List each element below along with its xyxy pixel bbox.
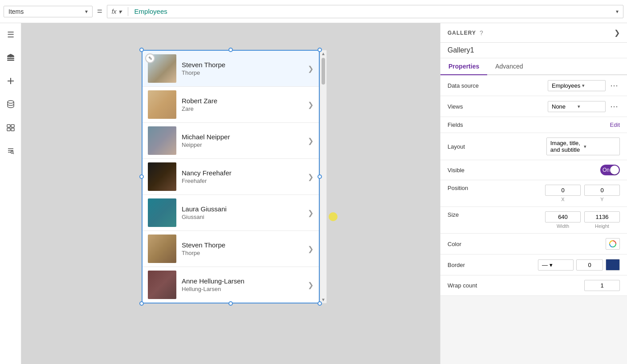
datasource-controls: Employees ▾ ⋯ bbox=[548, 80, 620, 91]
gallery-item[interactable]: Laura Giussani Giussani ❯ bbox=[142, 195, 319, 231]
sidebar-menu-icon[interactable]: ☰ bbox=[4, 28, 18, 42]
prop-row-position: Position X Y bbox=[440, 180, 627, 207]
handle-tc[interactable] bbox=[228, 48, 233, 52]
item-text: Nancy Freehafer Freehafer bbox=[182, 169, 302, 184]
border-value-input[interactable] bbox=[576, 259, 603, 271]
sidebar-data-icon[interactable] bbox=[4, 97, 18, 111]
gallery-item[interactable]: Michael Neipper Neipper ❯ bbox=[142, 123, 319, 159]
item-avatar bbox=[148, 162, 176, 191]
sidebar-tools-icon[interactable] bbox=[4, 143, 18, 158]
visible-toggle[interactable]: On bbox=[600, 165, 620, 175]
panel-help-icon[interactable]: ? bbox=[480, 29, 483, 36]
prop-row-wrapcount: Wrap count bbox=[440, 275, 627, 296]
position-y-input[interactable] bbox=[584, 185, 620, 196]
handle-bl[interactable] bbox=[139, 301, 144, 306]
item-name: Robert Zare bbox=[182, 97, 302, 105]
handle-ml[interactable] bbox=[139, 174, 144, 179]
item-text: Laura Giussani Giussani bbox=[182, 205, 302, 220]
svg-rect-8 bbox=[11, 125, 14, 127]
position-label: Position bbox=[448, 185, 488, 191]
color-picker-button[interactable] bbox=[606, 238, 620, 250]
handle-mr[interactable] bbox=[318, 174, 322, 179]
views-dropdown[interactable]: None ▾ bbox=[548, 101, 606, 112]
formula-bar[interactable]: fx ▾ Employees ▾ bbox=[107, 5, 623, 18]
item-avatar bbox=[148, 126, 176, 155]
formula-chevron: ▾ bbox=[616, 8, 619, 15]
canvas-area[interactable]: ✎ Steven Thorpe Thorpe ❯ bbox=[21, 23, 440, 364]
item-chevron: ❯ bbox=[308, 137, 314, 145]
datasource-dropdown[interactable]: Employees ▾ bbox=[548, 80, 606, 91]
svg-rect-1 bbox=[7, 58, 14, 59]
datasource-more[interactable]: ⋯ bbox=[608, 80, 620, 91]
position-inputs: X Y bbox=[545, 185, 620, 202]
panel-expand-icon[interactable]: ❯ bbox=[614, 28, 620, 37]
views-label: Views bbox=[448, 103, 488, 110]
item-chevron: ❯ bbox=[308, 245, 314, 253]
border-color-swatch[interactable] bbox=[606, 259, 620, 271]
gallery-name: Gallery1 bbox=[440, 43, 627, 58]
tab-properties[interactable]: Properties bbox=[440, 58, 487, 75]
sidebar-add-icon[interactable] bbox=[4, 74, 18, 88]
views-more[interactable]: ⋯ bbox=[608, 101, 620, 112]
gallery-item[interactable]: Steven Thorpe Thorpe ❯ bbox=[142, 231, 319, 267]
scroll-down-arrow[interactable]: ▼ bbox=[321, 297, 326, 302]
svg-point-14 bbox=[11, 151, 13, 154]
top-bar: Items ▾ = fx ▾ Employees ▾ bbox=[0, 0, 627, 23]
edit-badge[interactable]: ✎ bbox=[145, 53, 155, 63]
svg-point-6 bbox=[8, 101, 14, 103]
position-x-group: X bbox=[545, 185, 581, 202]
sidebar-media-icon[interactable] bbox=[4, 120, 18, 134]
size-width-group: Width bbox=[545, 211, 581, 229]
width-label: Width bbox=[557, 223, 569, 229]
toggle-on-text: On bbox=[603, 167, 610, 173]
svg-rect-10 bbox=[11, 128, 14, 131]
datasource-label: Data source bbox=[448, 82, 488, 89]
item-subtitle: Zare bbox=[182, 105, 302, 112]
position-y-group: Y bbox=[584, 185, 620, 202]
item-chevron: ❯ bbox=[308, 209, 314, 217]
layout-controls: Image, title, and subtitle ▾ bbox=[546, 138, 620, 155]
border-style-dropdown[interactable]: — ▾ bbox=[538, 259, 574, 271]
prop-row-color: Color bbox=[440, 234, 627, 255]
visible-controls: On bbox=[600, 165, 620, 175]
layout-chevron: ▾ bbox=[584, 144, 616, 150]
gallery-item[interactable]: Anne Hellung-Larsen Hellung-Larsen ❯ bbox=[142, 267, 319, 303]
items-dropdown-chevron: ▾ bbox=[85, 8, 88, 15]
fields-edit-button[interactable]: Edit bbox=[610, 121, 620, 128]
layout-dropdown[interactable]: Image, title, and subtitle ▾ bbox=[546, 138, 620, 155]
fx-chevron: ▾ bbox=[118, 8, 122, 15]
items-dropdown[interactable]: Items ▾ bbox=[4, 6, 93, 17]
size-width-input[interactable] bbox=[545, 211, 581, 222]
panel-body: Data source Employees ▾ ⋯ Views None ▾ bbox=[440, 75, 627, 296]
handle-tr[interactable] bbox=[318, 48, 322, 52]
gallery-item[interactable]: Robert Zare Zare ❯ bbox=[142, 87, 319, 123]
item-text: Robert Zare Zare bbox=[182, 97, 302, 112]
gallery-item[interactable]: Steven Thorpe Thorpe ❯ bbox=[142, 51, 319, 87]
border-style-chevron: ▾ bbox=[550, 262, 553, 268]
prop-row-size: Size Width Height bbox=[440, 207, 627, 234]
scroll-thumb[interactable] bbox=[322, 58, 325, 85]
item-chevron: ❯ bbox=[308, 65, 314, 73]
scroll-up-arrow[interactable]: ▲ bbox=[321, 51, 326, 56]
size-height-input[interactable] bbox=[584, 211, 620, 222]
sidebar-layers-icon[interactable] bbox=[4, 51, 18, 65]
item-text: Steven Thorpe Thorpe bbox=[182, 61, 302, 76]
border-style-line: — bbox=[542, 262, 548, 268]
position-x-input[interactable] bbox=[545, 185, 581, 196]
handle-tl[interactable] bbox=[139, 48, 144, 52]
handle-bc[interactable] bbox=[228, 301, 233, 306]
item-avatar bbox=[148, 235, 176, 263]
handle-br[interactable] bbox=[318, 301, 322, 306]
views-controls: None ▾ ⋯ bbox=[548, 101, 620, 112]
fields-label: Fields bbox=[448, 121, 488, 128]
border-controls: — ▾ bbox=[538, 259, 620, 271]
border-label: Border bbox=[448, 262, 488, 268]
item-name: Nancy Freehafer bbox=[182, 169, 302, 177]
wrapcount-input[interactable] bbox=[584, 280, 620, 291]
gallery-item[interactable]: Nancy Freehafer Freehafer ❯ bbox=[142, 159, 319, 195]
prop-row-fields: Fields Edit bbox=[440, 117, 627, 133]
gallery-wrapper: ✎ Steven Thorpe Thorpe ❯ bbox=[142, 50, 320, 303]
left-sidebar: ☰ bbox=[0, 23, 21, 364]
panel-title-label: GALLERY bbox=[448, 30, 476, 36]
tab-advanced[interactable]: Advanced bbox=[487, 58, 531, 75]
